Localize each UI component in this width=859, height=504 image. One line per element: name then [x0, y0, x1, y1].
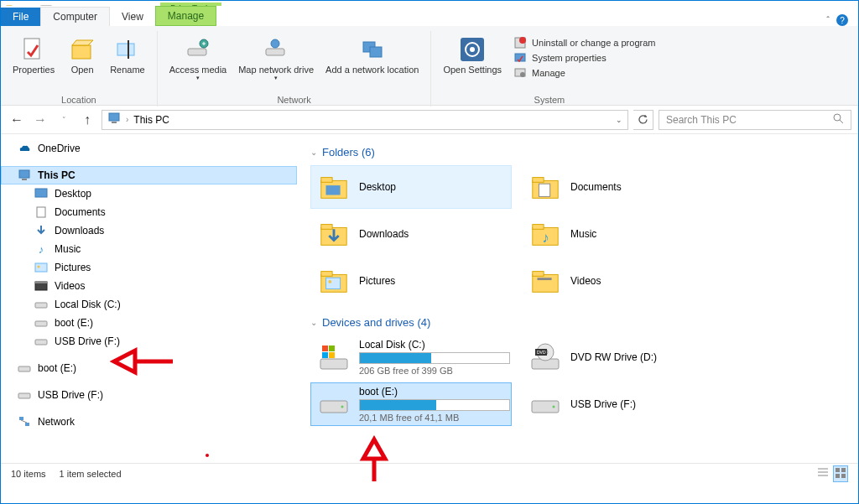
downloads-icon	[34, 224, 48, 237]
folder-music[interactable]: ♪ Music	[522, 212, 723, 256]
folder-desktop[interactable]: Desktop	[310, 165, 512, 209]
usage-bar	[359, 399, 510, 411]
drive-icon	[34, 316, 48, 330]
help-icon[interactable]: ?	[836, 14, 848, 26]
collapse-chevron-icon[interactable]: ⌄	[310, 148, 317, 157]
usage-bar	[359, 352, 510, 364]
add-location-icon	[359, 36, 386, 63]
nav-local-disk-c[interactable]: Local Disk (C:)	[1, 295, 297, 314]
folder-icon: ♪	[528, 217, 562, 251]
rename-button[interactable]: Rename	[105, 34, 150, 93]
network-icon	[18, 415, 31, 429]
nav-back-button[interactable]: ←	[8, 111, 26, 129]
nav-recent-dropdown[interactable]: ˅	[55, 111, 73, 129]
nav-documents[interactable]: Documents	[1, 203, 297, 221]
ribbon-group-system: System	[438, 93, 660, 105]
address-dropdown-icon[interactable]: ⌄	[616, 116, 622, 124]
svg-rect-42	[18, 393, 30, 398]
nav-up-button[interactable]: ↑	[78, 111, 96, 129]
properties-button[interactable]: Properties	[8, 34, 60, 93]
folder-icon	[528, 264, 562, 298]
onedrive-icon	[18, 142, 31, 155]
svg-rect-67	[329, 346, 335, 351]
drive-icon	[34, 298, 48, 311]
uninstall-program-button[interactable]: Uninstall or change a program	[513, 36, 655, 49]
collapse-chevron-icon[interactable]: ⌄	[310, 318, 317, 327]
address-bar[interactable]: › This PC ⌄	[102, 110, 628, 130]
svg-rect-40	[35, 340, 47, 345]
map-network-drive-button[interactable]: Map network drive ▾	[233, 34, 319, 93]
navigation-pane[interactable]: OneDrive This PC Desktop Documents Downl…	[1, 134, 297, 463]
folder-documents[interactable]: Documents	[522, 165, 723, 209]
folders-group-header[interactable]: ⌄ Folders (6)	[310, 141, 845, 165]
svg-point-78	[553, 406, 555, 408]
tab-file[interactable]: File	[1, 8, 40, 26]
svg-line-45	[21, 420, 27, 423]
breadcrumb-this-pc[interactable]: This PC	[133, 114, 169, 126]
svg-point-25	[520, 72, 525, 77]
folder-icon	[317, 170, 351, 204]
svg-rect-34	[35, 263, 47, 272]
drive-icon	[528, 387, 562, 421]
nav-this-pc[interactable]: This PC	[1, 166, 297, 184]
search-input[interactable]: Search This PC	[659, 110, 851, 130]
svg-point-76	[341, 406, 344, 408]
nav-pictures[interactable]: Pictures	[1, 258, 297, 277]
monitor-icon	[107, 112, 121, 127]
folder-icon	[528, 170, 562, 204]
drive-dvd-d[interactable]: DVD DVD RW Drive (D:)	[522, 335, 723, 379]
drive-usb-f[interactable]: USB Drive (F:)	[522, 382, 723, 426]
drive-local-c[interactable]: Local Disk (C:) 206 GB free of 399 GB	[310, 335, 512, 379]
manage-button[interactable]: Manage	[513, 66, 655, 80]
svg-point-35	[38, 266, 40, 268]
system-properties-button[interactable]: System properties	[513, 51, 655, 65]
svg-rect-69	[329, 352, 335, 358]
folder-videos[interactable]: Videos	[522, 259, 723, 303]
tiles-view-icon[interactable]	[833, 465, 848, 482]
open-button[interactable]: Open	[61, 34, 103, 93]
add-network-location-button[interactable]: Add a network location	[320, 34, 424, 93]
svg-point-22	[519, 37, 526, 44]
content-pane[interactable]: ⌄ Folders (6) Desktop Documents Download…	[297, 134, 858, 463]
ribbon-group-network: Network	[164, 93, 424, 105]
details-view-icon[interactable]	[816, 465, 830, 482]
nav-boot-e[interactable]: boot (E:)	[1, 314, 297, 332]
svg-rect-12	[188, 49, 206, 55]
nav-usb-f-removable[interactable]: USB Drive (F:)	[1, 386, 297, 404]
documents-icon	[34, 205, 48, 219]
tab-manage[interactable]: Manage	[155, 6, 216, 26]
folder-pictures[interactable]: Pictures	[310, 259, 512, 303]
svg-rect-48	[326, 185, 341, 195]
access-media-button[interactable]: Access media ▾	[164, 34, 232, 93]
settings-gear-icon	[459, 36, 486, 63]
nav-onedrive[interactable]: OneDrive	[1, 139, 297, 158]
svg-rect-55	[533, 225, 544, 230]
drives-group-header[interactable]: ⌄ Devices and drives (4)	[310, 311, 845, 335]
svg-rect-44	[25, 423, 29, 426]
pictures-icon	[34, 261, 48, 274]
nav-usb-f[interactable]: USB Drive (F:)	[1, 332, 297, 351]
svg-rect-38	[35, 303, 47, 308]
nav-downloads[interactable]: Downloads	[1, 221, 297, 240]
nav-boot-e-removable[interactable]: boot (E:)	[1, 359, 297, 377]
nav-music[interactable]: ♪ Music	[1, 240, 297, 258]
nav-videos[interactable]: Videos	[1, 277, 297, 295]
svg-point-20	[470, 47, 475, 52]
videos-icon	[34, 279, 48, 293]
folder-downloads[interactable]: Downloads	[310, 212, 512, 256]
tab-computer[interactable]: Computer	[40, 7, 110, 26]
folder-icon	[317, 264, 351, 298]
svg-rect-47	[321, 178, 332, 183]
refresh-button[interactable]	[633, 110, 653, 130]
drive-icon	[18, 388, 31, 402]
drive-boot-e[interactable]: boot (E:) 20,1 MB free of 41,1 MB	[310, 382, 512, 426]
breadcrumb-chevron-icon[interactable]: ›	[126, 115, 128, 124]
svg-rect-84	[836, 474, 840, 478]
search-icon	[833, 113, 844, 127]
open-settings-button[interactable]: Open Settings	[438, 34, 507, 93]
ribbon-collapse-icon[interactable]: ˆ	[826, 15, 830, 25]
tab-view[interactable]: View	[110, 8, 155, 26]
nav-desktop[interactable]: Desktop	[1, 184, 297, 203]
nav-network[interactable]: Network	[1, 413, 297, 431]
nav-forward-button[interactable]: →	[31, 111, 49, 129]
